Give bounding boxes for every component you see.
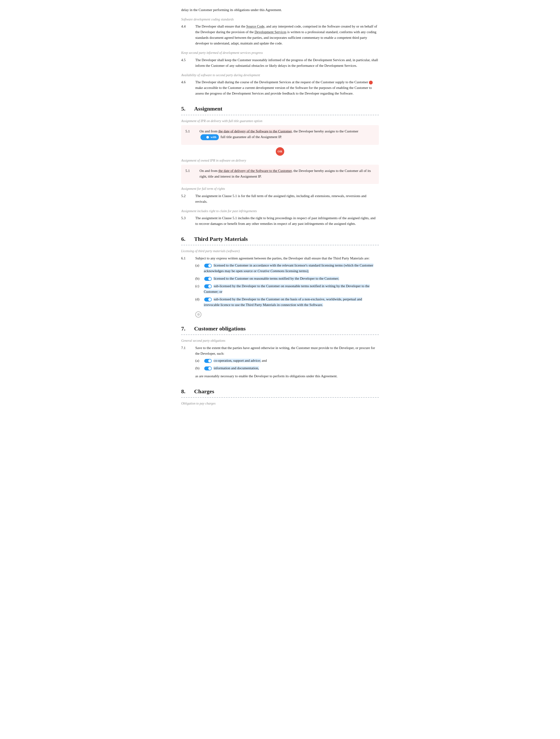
toggle-track-6-1d bbox=[204, 298, 212, 302]
list-label-6-1a: (a) bbox=[195, 263, 204, 268]
clause-5-3: 5.3 The assignment in Clause 5.1 include… bbox=[181, 215, 379, 228]
subtitle-5-3: Assignment includes right to claim for p… bbox=[181, 208, 379, 214]
clause-5-1a: 5.1 On and from the date of delivery of … bbox=[185, 128, 375, 142]
clause-content-4-6: The Developer shall during the course of… bbox=[195, 79, 379, 98]
clause-4-5: 4.5 The Developer shall keep the Custome… bbox=[181, 57, 379, 70]
toggle-thumb-6-1d bbox=[208, 298, 211, 301]
with-toggle[interactable]: with bbox=[200, 134, 219, 140]
section-7-num: 7. bbox=[181, 324, 194, 333]
section-6-heading: 6. Third Party Materials bbox=[181, 235, 379, 245]
sub-list-7-1: (a) co-operation, support and advice; an… bbox=[195, 358, 379, 371]
subtitle-7-1: General second party obligations bbox=[181, 338, 379, 343]
section-5-num: 5. bbox=[181, 104, 194, 113]
toggle-track-6-1b bbox=[204, 277, 212, 281]
section-8-content: Obligation to pay charges bbox=[181, 401, 379, 406]
add-item-button[interactable]: ⊕ bbox=[195, 311, 201, 317]
clause-num-6-1: 6.1 bbox=[181, 256, 195, 317]
list-item-7-1b: (b) information and documentation, bbox=[195, 365, 379, 371]
toggle-track-7-1b bbox=[204, 366, 212, 371]
sub-list-6-1: (a) licensed to the Customer in accordan… bbox=[195, 263, 379, 308]
section-6-content: Licensing of third party materials (soft… bbox=[181, 249, 379, 317]
subtitle-8: Obligation to pay charges bbox=[181, 401, 379, 406]
clause-num-5-2: 5.2 bbox=[181, 193, 195, 206]
toggle-track-6-1a bbox=[204, 264, 212, 268]
clause-content-5-2: The assignment in Clause 5.1 is for the … bbox=[195, 193, 379, 206]
subtitle-5-2: Assignment for full term of rights bbox=[181, 186, 379, 191]
list-content-6-1b: licensed to the Customer on reasonable t… bbox=[204, 276, 379, 281]
list-item-7-1a: (a) co-operation, support and advice; an… bbox=[195, 358, 379, 363]
clause-num-5-1b: 5.1 bbox=[185, 168, 199, 181]
clause-num-4-6: 4.6 bbox=[181, 79, 195, 98]
toggle-track-7-1a bbox=[204, 359, 212, 363]
list-item-6-1d: (d) sub-licensed by the Developer to the… bbox=[195, 296, 379, 308]
or-divider: OR bbox=[181, 147, 379, 156]
list-item-6-1b: (b) licensed to the Customer on reasonab… bbox=[195, 276, 379, 281]
section-6-num: 6. bbox=[181, 235, 194, 244]
clause-content-4-5: The Developer shall keep the Customer re… bbox=[195, 57, 379, 70]
clause-5-2: 5.2 The assignment in Clause 5.1 is for … bbox=[181, 193, 379, 206]
clause-7-1: 7.1 Save to the extent that the parties … bbox=[181, 345, 379, 380]
subtitle-6-1: Licensing of third party materials (soft… bbox=[181, 249, 379, 254]
section-4-clauses: Software development coding standards 4.… bbox=[181, 17, 379, 98]
clause-num-5-3: 5.3 bbox=[181, 215, 195, 228]
section-5-heading: 5. Assignment bbox=[181, 104, 379, 115]
toggle-thumb-7-1a bbox=[208, 359, 211, 362]
toggle-thumb-6-1c bbox=[208, 285, 211, 288]
toggle-thumb-6-1a bbox=[208, 264, 211, 267]
toggle-7-1a[interactable] bbox=[204, 359, 212, 363]
toggle-6-1d[interactable] bbox=[204, 298, 212, 302]
subtitle-4-6: Availability of software to second party… bbox=[181, 73, 379, 78]
highlight-7-1a: co-operation, support and advice; bbox=[214, 359, 261, 362]
highlight-6-1c: sub-licensed by the Developer to the Cus… bbox=[204, 284, 370, 294]
highlight-6-1b: licensed to the Customer on reasonable t… bbox=[214, 277, 339, 280]
option-block-5-1a: 5.1 On and from the date of delivery of … bbox=[181, 125, 379, 145]
clause-num-4-4: 4.4 bbox=[181, 23, 195, 47]
subtitle-4-4: Software development coding standards bbox=[181, 17, 379, 22]
list-content-6-1a: licensed to the Customer in accordance w… bbox=[204, 263, 379, 274]
clause-content-5-3: The assignment in Clause 5.1 includes th… bbox=[195, 215, 379, 228]
subtitle-4-5: Keep second party informed of developmen… bbox=[181, 50, 379, 55]
toggle-6-1a[interactable] bbox=[204, 264, 212, 268]
clause-4-6: 4.6 The Developer shall during the cours… bbox=[181, 79, 379, 98]
clause-content-5-1b: On and from the date of delivery of the … bbox=[199, 168, 375, 181]
clause-num-4-5: 4.5 bbox=[181, 57, 195, 70]
red-circle-icon bbox=[369, 81, 373, 85]
list-label-7-1a: (a) bbox=[195, 358, 204, 363]
clause-5-1b: 5.1 On and from the date of delivery of … bbox=[185, 168, 375, 181]
section-7-content: General second party obligations 7.1 Sav… bbox=[181, 338, 379, 380]
list-label-6-1d: (d) bbox=[195, 296, 204, 302]
section-5-title: Assignment bbox=[194, 104, 222, 113]
clause-6-1: 6.1 Subject to any express written agree… bbox=[181, 256, 379, 317]
toggle-6-1c[interactable] bbox=[204, 284, 212, 288]
outro-7-1: as are reasonably necessary to enable th… bbox=[195, 373, 379, 379]
list-label-6-1b: (b) bbox=[195, 276, 204, 281]
option-block-5-1b: 5.1 On and from the date of delivery of … bbox=[181, 165, 379, 184]
clause-4-4: 4.4 The Developer shall ensure that the … bbox=[181, 23, 379, 47]
subtitle-5-1a: Assignment of IPR on delivery with full … bbox=[181, 119, 379, 124]
toggle-7-1b[interactable] bbox=[204, 366, 212, 371]
highlight-6-1d: sub-licensed by the Developer to the Cus… bbox=[204, 297, 362, 307]
or-badge: OR bbox=[276, 147, 284, 156]
highlight-7-1b: information and documentation, bbox=[214, 366, 259, 370]
section-7-heading: 7. Customer obligations bbox=[181, 324, 379, 335]
list-item-6-1a: (a) licensed to the Customer in accordan… bbox=[195, 263, 379, 274]
section-7-title: Customer obligations bbox=[194, 324, 246, 333]
section-8-heading: 8. Charges bbox=[181, 387, 379, 398]
list-label-6-1c: (c) bbox=[195, 283, 204, 289]
list-item-6-1c: (c) sub-licensed by the Developer to the… bbox=[195, 283, 379, 294]
list-content-6-1c: sub-licensed by the Developer to the Cus… bbox=[204, 283, 379, 294]
highlight-6-1a: licensed to the Customer in accordance w… bbox=[204, 263, 374, 273]
list-content-7-1a: co-operation, support and advice; and bbox=[204, 358, 379, 363]
clause-content-6-1: Subject to any express written agreement… bbox=[195, 256, 379, 317]
section-8-num: 8. bbox=[181, 387, 194, 396]
with-label: with bbox=[211, 135, 217, 140]
clause-content-4-4: The Developer shall ensure that the Sour… bbox=[195, 23, 379, 47]
section-6-title: Third Party Materials bbox=[194, 235, 248, 244]
list-label-7-1b: (b) bbox=[195, 365, 204, 371]
list-content-6-1d: sub-licensed by the Developer to the Cus… bbox=[204, 296, 379, 308]
intro-text: delay in the Customer performing its obl… bbox=[181, 7, 379, 13]
toggle-thumb-7-1b bbox=[208, 367, 211, 370]
toggle-6-1b[interactable] bbox=[204, 277, 212, 281]
section-5-content: Assignment of IPR on delivery with full … bbox=[181, 119, 379, 228]
clause-content-7-1: Save to the extent that the parties have… bbox=[195, 345, 379, 380]
